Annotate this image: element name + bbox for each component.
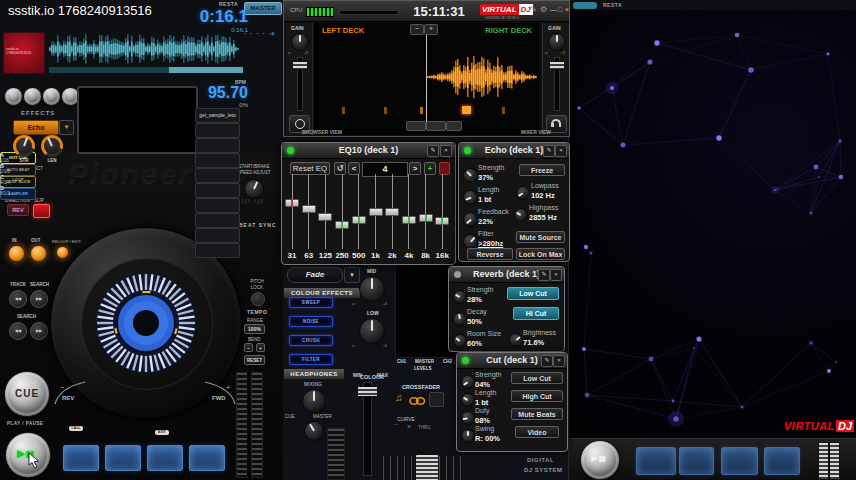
eq-band-slider[interactable] <box>402 216 416 224</box>
cut-edit-button[interactable]: ✎ <box>541 355 553 367</box>
curve-smooth-icon[interactable]: ⌒ <box>393 423 400 433</box>
wave-zoom-out-button[interactable]: − <box>410 24 424 35</box>
echo-mute-source-button[interactable]: Mute Source <box>516 231 565 243</box>
eq-band-slider[interactable] <box>335 221 349 229</box>
mid-knob[interactable] <box>359 276 385 302</box>
colour-fx-button-noise[interactable]: NOISE <box>289 316 333 327</box>
gain-right-knob[interactable] <box>548 33 566 51</box>
wave-opt-button-2[interactable] <box>426 121 446 131</box>
deck-b-play-button[interactable]: ▶▮▮ <box>580 440 620 480</box>
performance-pad-a[interactable] <box>63 445 99 471</box>
sampler-cell[interactable] <box>195 168 240 183</box>
colour-fx-button-filter[interactable]: FILTER <box>289 354 333 365</box>
deck-a-knob-2[interactable] <box>23 87 42 106</box>
colour-fx-button-crush[interactable]: CRUSH <box>289 335 333 346</box>
sampler-cell[interactable] <box>195 243 240 258</box>
echo-titlebar[interactable]: Echo (deck 1) ✎ × <box>459 143 569 159</box>
gain-right-fader-handle[interactable] <box>549 61 565 70</box>
headphones-fader[interactable] <box>327 428 345 480</box>
window-close-button[interactable]: × <box>565 6 569 13</box>
sampler-cell[interactable] <box>195 213 240 228</box>
gain-left-fader-handle[interactable] <box>292 61 308 70</box>
browser-view-label[interactable]: BROWSER VIEW <box>302 129 342 135</box>
echo-lowpass-knob[interactable] <box>516 186 530 200</box>
reverb-decay-knob[interactable] <box>453 312 467 326</box>
reverb-edit-button[interactable]: ✎ <box>538 269 550 281</box>
echo-feedback-knob[interactable] <box>463 212 478 227</box>
curve-sharp-icon[interactable]: × <box>407 423 411 430</box>
wave-opt-button-1[interactable] <box>406 121 426 131</box>
sampler-cell[interactable] <box>195 123 240 138</box>
cut-duty-knob[interactable] <box>461 411 475 425</box>
crossfader-option-button[interactable] <box>429 392 444 407</box>
deck-a-knob-3[interactable] <box>42 87 61 106</box>
right-master-pill[interactable] <box>573 2 597 9</box>
edit-icon[interactable]: ✎ <box>530 5 537 14</box>
deck-b-pad-1[interactable] <box>636 447 676 475</box>
echo-freeze-button[interactable]: Freeze <box>519 164 565 176</box>
beatkeep-arrow[interactable]: · · · · ➜ <box>244 30 276 38</box>
curve-thru-label[interactable]: THRU <box>418 425 431 430</box>
performance-pad-c[interactable] <box>147 445 183 471</box>
echo-lock-on-max-button[interactable]: Lock On Max <box>516 248 565 260</box>
deck-a-progress-bar[interactable] <box>49 67 243 73</box>
eq-band-slider[interactable] <box>285 199 299 207</box>
headphones-mixing-knob[interactable] <box>302 389 326 413</box>
deck-b-pitch-fader-right[interactable] <box>829 442 840 480</box>
window-maximize-button[interactable]: □ <box>558 6 562 13</box>
album-art[interactable]: ssstik.io 1768240913516 <box>3 32 45 74</box>
reverb-active-dot[interactable] <box>454 271 461 278</box>
reverb-roomsize-knob[interactable] <box>453 334 467 348</box>
cut-video-button[interactable]: Video <box>515 426 559 438</box>
echo-strength-knob[interactable] <box>463 168 478 183</box>
deck-b-pad-4[interactable] <box>764 447 800 475</box>
eq-band-slider[interactable] <box>352 216 366 224</box>
echo-filter-knob[interactable] <box>463 234 478 249</box>
effect-select-button[interactable]: Echo <box>13 120 59 135</box>
echo-highpass-knob[interactable] <box>514 208 528 222</box>
sampler-cell[interactable] <box>195 198 240 213</box>
eq-band-slider[interactable] <box>369 208 383 216</box>
cut-close-button[interactable]: × <box>553 355 565 367</box>
performance-pad-d[interactable] <box>189 445 225 471</box>
wave-zoom-in-button[interactable]: + <box>424 24 438 35</box>
eq-band-slider[interactable] <box>302 205 316 213</box>
deck-b-pad-2[interactable] <box>679 447 714 475</box>
cut-titlebar[interactable]: Cut (deck 1) ✎ × <box>457 353 567 369</box>
echo-close-button[interactable]: × <box>555 145 567 157</box>
eq-band-slider[interactable] <box>385 208 399 216</box>
master-button[interactable]: MASTER <box>244 2 282 15</box>
beat-link-icon[interactable]: ♫ <box>395 392 403 403</box>
performance-pad-b[interactable] <box>105 445 141 471</box>
headphones-level-knob[interactable] <box>304 421 324 441</box>
reverb-strength-knob[interactable] <box>453 290 467 304</box>
sampler-cell-sample[interactable]: gel_sample_leto <box>195 108 240 123</box>
rhythm-titlebar[interactable]: CPU 15:11:31 VIRTUAL DJ SKINNED BY ROB G… <box>284 1 569 22</box>
effect-len-knob[interactable] <box>41 135 63 157</box>
cut-strength-knob[interactable] <box>461 375 475 389</box>
sampler-cell[interactable] <box>195 153 240 168</box>
eq-band-slider[interactable] <box>318 213 332 221</box>
echo-reverse-button[interactable]: Reverse <box>467 248 513 260</box>
reverb-titlebar[interactable]: Reverb (deck 1) ✎ × <box>449 267 564 283</box>
colour-fx-button-sweep[interactable]: SWEEP <box>289 297 333 308</box>
cut-active-dot[interactable] <box>462 357 469 364</box>
cut-high-cut-button[interactable]: High Cut <box>511 390 563 402</box>
reverb-close-button[interactable]: × <box>550 269 562 281</box>
deck-a-knob-1[interactable] <box>4 87 23 106</box>
titlebar-groove[interactable] <box>339 10 399 15</box>
effect-dropdown-arrow[interactable]: ▼ <box>59 120 74 135</box>
reverb-hi-cut-button[interactable]: Hi Cut <box>513 307 559 320</box>
sampler-cell[interactable] <box>195 138 240 153</box>
eq-band-slider[interactable] <box>419 214 433 222</box>
cut-length-knob[interactable] <box>461 393 475 407</box>
channel-fader-handle[interactable] <box>357 386 378 397</box>
deck-a-waveform[interactable] <box>47 32 240 66</box>
chain-link-icon[interactable] <box>409 396 426 406</box>
echo-active-dot[interactable] <box>464 147 471 154</box>
wave-opt-button-3[interactable] <box>446 121 462 131</box>
rhythm-wave-view[interactable]: LEFT DECK RIGHT DECK − + <box>314 23 540 135</box>
deck-b-pitch-fader-left[interactable] <box>818 442 829 480</box>
effect-str-knob[interactable] <box>13 135 35 157</box>
echo-length-knob[interactable] <box>463 190 478 205</box>
